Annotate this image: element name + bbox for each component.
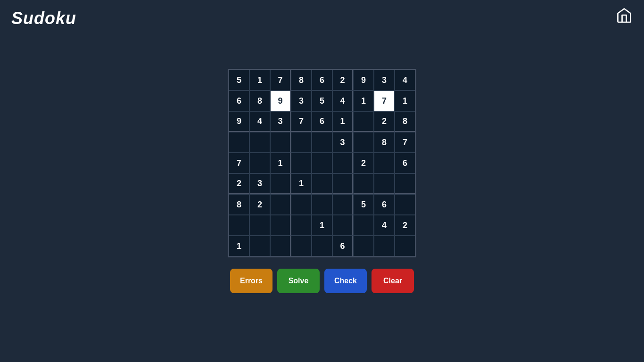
sudoku-cell[interactable]: 2 bbox=[374, 111, 395, 132]
sudoku-cell[interactable]: 7 bbox=[270, 70, 291, 90]
controls-bar: Errors Solve Check Clear bbox=[230, 269, 414, 293]
sudoku-cell[interactable]: 3 bbox=[270, 111, 291, 132]
sudoku-cell[interactable]: 6 bbox=[395, 153, 415, 173]
sudoku-cell[interactable]: 4 bbox=[332, 90, 353, 111]
sudoku-cell[interactable]: 3 bbox=[332, 132, 353, 153]
sudoku-cell[interactable] bbox=[291, 132, 312, 153]
sudoku-cell[interactable] bbox=[353, 132, 374, 153]
sudoku-cell[interactable] bbox=[270, 173, 291, 194]
sudoku-cell[interactable]: 1 bbox=[353, 90, 374, 111]
sudoku-cell[interactable] bbox=[312, 236, 332, 256]
sudoku-cell[interactable]: 3 bbox=[374, 70, 395, 90]
sudoku-cell[interactable]: 1 bbox=[395, 90, 415, 111]
main-content: 5178629346893541719437612838771262318256… bbox=[0, 0, 644, 362]
sudoku-cell[interactable] bbox=[291, 153, 312, 173]
sudoku-cell[interactable]: 7 bbox=[229, 153, 249, 173]
check-button[interactable]: Check bbox=[324, 269, 367, 293]
sudoku-cell[interactable]: 8 bbox=[395, 111, 415, 132]
sudoku-cell[interactable]: 6 bbox=[229, 90, 249, 111]
sudoku-cell[interactable]: 1 bbox=[312, 215, 332, 236]
sudoku-cell[interactable] bbox=[395, 194, 415, 215]
sudoku-cell[interactable]: 4 bbox=[249, 111, 270, 132]
sudoku-cell[interactable] bbox=[229, 215, 249, 236]
sudoku-cell[interactable] bbox=[249, 132, 270, 153]
sudoku-cell[interactable]: 1 bbox=[332, 111, 353, 132]
sudoku-cell[interactable] bbox=[374, 173, 395, 194]
sudoku-cell[interactable] bbox=[395, 236, 415, 256]
solve-button[interactable]: Solve bbox=[277, 269, 320, 293]
sudoku-cell[interactable]: 3 bbox=[291, 90, 312, 111]
sudoku-cell[interactable]: 1 bbox=[270, 153, 291, 173]
sudoku-cell[interactable] bbox=[270, 194, 291, 215]
sudoku-cell[interactable] bbox=[353, 236, 374, 256]
sudoku-cell[interactable]: 6 bbox=[312, 70, 332, 90]
sudoku-cell[interactable]: 7 bbox=[374, 90, 395, 111]
sudoku-cell[interactable] bbox=[270, 215, 291, 236]
sudoku-cell[interactable]: 3 bbox=[249, 173, 270, 194]
sudoku-cell[interactable]: 5 bbox=[353, 194, 374, 215]
sudoku-cell[interactable] bbox=[229, 132, 249, 153]
app-logo: Sudoku bbox=[11, 8, 76, 28]
sudoku-cell[interactable]: 2 bbox=[332, 70, 353, 90]
sudoku-cell[interactable]: 2 bbox=[229, 173, 249, 194]
sudoku-cell[interactable]: 8 bbox=[249, 90, 270, 111]
clear-button[interactable]: Clear bbox=[372, 269, 414, 293]
sudoku-cell[interactable]: 8 bbox=[291, 70, 312, 90]
sudoku-cell[interactable]: 7 bbox=[395, 132, 415, 153]
sudoku-cell[interactable]: 8 bbox=[374, 132, 395, 153]
sudoku-cell[interactable] bbox=[332, 173, 353, 194]
sudoku-cell[interactable] bbox=[312, 153, 332, 173]
sudoku-cell[interactable]: 1 bbox=[249, 70, 270, 90]
home-icon[interactable] bbox=[616, 7, 633, 24]
sudoku-grid: 5178629346893541719437612838771262318256… bbox=[228, 69, 416, 257]
sudoku-cell[interactable] bbox=[332, 153, 353, 173]
sudoku-cell[interactable]: 7 bbox=[291, 111, 312, 132]
sudoku-cell[interactable] bbox=[249, 153, 270, 173]
sudoku-cell[interactable]: 4 bbox=[395, 70, 415, 90]
sudoku-cell[interactable] bbox=[332, 194, 353, 215]
sudoku-cell[interactable]: 9 bbox=[270, 90, 291, 111]
sudoku-cell[interactable] bbox=[270, 236, 291, 256]
sudoku-cell[interactable]: 6 bbox=[374, 194, 395, 215]
sudoku-cell[interactable]: 2 bbox=[353, 153, 374, 173]
sudoku-cell[interactable]: 6 bbox=[312, 111, 332, 132]
sudoku-cell[interactable]: 4 bbox=[374, 215, 395, 236]
sudoku-cell[interactable] bbox=[353, 173, 374, 194]
sudoku-cell[interactable] bbox=[353, 111, 374, 132]
sudoku-cell[interactable] bbox=[312, 173, 332, 194]
sudoku-cell[interactable] bbox=[395, 173, 415, 194]
errors-button[interactable]: Errors bbox=[230, 269, 272, 293]
sudoku-cell[interactable] bbox=[291, 194, 312, 215]
sudoku-cell[interactable]: 5 bbox=[312, 90, 332, 111]
sudoku-cell[interactable] bbox=[270, 132, 291, 153]
sudoku-cell[interactable]: 1 bbox=[291, 173, 312, 194]
sudoku-cell[interactable]: 9 bbox=[353, 70, 374, 90]
sudoku-cell[interactable] bbox=[312, 132, 332, 153]
sudoku-cell[interactable] bbox=[312, 194, 332, 215]
sudoku-cell[interactable] bbox=[374, 236, 395, 256]
sudoku-cell[interactable]: 2 bbox=[249, 194, 270, 215]
sudoku-cell[interactable]: 1 bbox=[229, 236, 249, 256]
sudoku-cell[interactable]: 5 bbox=[229, 70, 249, 90]
sudoku-cell[interactable]: 9 bbox=[229, 111, 249, 132]
sudoku-cell[interactable]: 6 bbox=[332, 236, 353, 256]
sudoku-cell[interactable] bbox=[291, 215, 312, 236]
sudoku-cell[interactable] bbox=[249, 215, 270, 236]
sudoku-cell[interactable]: 8 bbox=[229, 194, 249, 215]
sudoku-cell[interactable] bbox=[291, 236, 312, 256]
sudoku-cell[interactable] bbox=[374, 153, 395, 173]
sudoku-cell[interactable]: 2 bbox=[395, 215, 415, 236]
sudoku-cell[interactable] bbox=[353, 215, 374, 236]
sudoku-cell[interactable] bbox=[249, 236, 270, 256]
sudoku-cell[interactable] bbox=[332, 215, 353, 236]
